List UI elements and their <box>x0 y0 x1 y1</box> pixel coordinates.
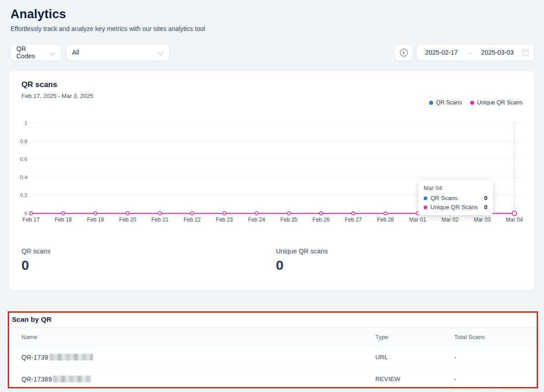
svg-text:Feb 22: Feb 22 <box>184 217 201 223</box>
tooltip-value: 0 <box>484 204 487 211</box>
svg-text:0.4: 0.4 <box>20 175 28 180</box>
scope-dropdown-value: All <box>72 49 79 56</box>
svg-text:Mar 03: Mar 03 <box>474 217 491 223</box>
stat-value: 0 <box>276 258 328 273</box>
stat-unique-qr-scans: Unique QR scans 0 <box>276 248 328 273</box>
pagination-control-partial[interactable] <box>451 390 482 392</box>
svg-text:0.6: 0.6 <box>20 156 27 162</box>
chart-tooltip: Mar 04 QR Scans 0 Unique QR Scans 0 <box>418 181 493 215</box>
info-icon: i <box>400 49 408 57</box>
legend-item-qr-scans[interactable]: QR Scans <box>429 99 462 106</box>
svg-text:Feb 23: Feb 23 <box>216 217 233 223</box>
chart-legend: QR Scans Unique QR Scans <box>429 99 523 106</box>
page-subtitle: Effortlessly track and analyze key metri… <box>10 25 544 32</box>
svg-text:Feb 21: Feb 21 <box>151 217 169 223</box>
date-range-picker[interactable]: 2025-02-17 → 2025-03-03 <box>416 44 534 61</box>
stat-qr-scans: QR scans 0 <box>21 248 51 273</box>
legend-item-unique-qr-scans[interactable]: Unique QR Scans <box>470 99 523 106</box>
svg-text:Feb 26: Feb 26 <box>312 217 330 223</box>
qr-name-text: QR-17389 <box>21 376 52 383</box>
svg-text:Feb 18: Feb 18 <box>55 217 72 223</box>
table-header-row: Name Type Total Scans <box>9 327 537 346</box>
tooltip-row: Unique QR Scans 0 <box>424 204 487 211</box>
calendar-icon <box>522 49 528 56</box>
svg-text:0: 0 <box>25 211 27 216</box>
tooltip-label: QR Scans <box>430 195 457 201</box>
svg-text:Mar 02: Mar 02 <box>441 217 459 223</box>
stat-value: 0 <box>21 258 51 273</box>
qr-name-text: QR-1739 <box>21 354 48 361</box>
legend-dot-pink <box>470 101 474 105</box>
page-header: Analytics Effortlessly track and analyze… <box>0 0 544 32</box>
tooltip-label: Unique QR Scans <box>430 204 478 211</box>
qr-type: URL <box>375 354 454 361</box>
pagination-control-partial[interactable] <box>502 390 528 392</box>
svg-text:Mar 04: Mar 04 <box>506 217 523 223</box>
chevron-down-icon <box>159 50 164 55</box>
chevron-down-icon <box>51 50 55 55</box>
svg-text:Feb 20: Feb 20 <box>119 217 136 223</box>
source-type-dropdown-value: QR Codes <box>16 45 46 60</box>
arrow-right-icon: → <box>466 49 472 56</box>
tooltip-date: Mar 04 <box>424 185 487 191</box>
date-start-field[interactable]: 2025-02-17 <box>422 49 461 56</box>
column-header-type: Type <box>375 334 454 340</box>
svg-text:Feb 17: Feb 17 <box>22 217 40 223</box>
scan-by-qr-section: Scan by QR Name Type Total Scans QR-1739… <box>8 311 538 388</box>
svg-text:0.2: 0.2 <box>20 192 27 198</box>
chart-date-range: Feb 17, 2025 - Mar 3, 2025 <box>21 93 93 99</box>
legend-label: QR Scans <box>436 99 462 106</box>
table-row[interactable]: QR-1739 URL - <box>9 346 537 368</box>
table-row[interactable]: QR-17389 REVIEW - <box>9 368 537 388</box>
redacted-name-blur <box>49 354 93 361</box>
svg-text:1: 1 <box>25 120 27 126</box>
svg-text:0.8: 0.8 <box>20 139 27 144</box>
stat-label: QR scans <box>21 248 51 255</box>
qr-scans-card: QR scans Feb 17, 2025 - Mar 3, 2025 QR S… <box>9 71 534 290</box>
scope-dropdown[interactable]: All <box>66 44 170 61</box>
svg-text:Feb 24: Feb 24 <box>248 217 265 223</box>
info-button[interactable]: i <box>394 44 413 61</box>
qr-total-scans: - <box>454 354 537 361</box>
stat-label: Unique QR scans <box>276 248 328 255</box>
column-header-total-scans: Total Scans <box>454 334 537 340</box>
date-end-field[interactable]: 2025-03-03 <box>478 49 517 56</box>
legend-label: Unique QR Scans <box>477 99 523 106</box>
svg-text:Mar 01: Mar 01 <box>409 217 426 223</box>
redacted-name-blur <box>53 376 91 382</box>
chart-title: QR scans <box>21 80 57 89</box>
svg-text:Feb 27: Feb 27 <box>345 217 362 223</box>
filter-bar: QR Codes All i 2025-02-17 → 2025-03-03 <box>0 44 544 62</box>
svg-text:Feb 19: Feb 19 <box>87 217 104 223</box>
qr-total-scans: - <box>454 376 537 383</box>
tooltip-dot-blue <box>424 196 427 200</box>
scan-by-qr-title: Scan by QR <box>9 313 537 327</box>
page-title: Analytics <box>10 7 544 21</box>
qr-type: REVIEW <box>375 376 454 382</box>
column-header-name: Name <box>21 334 375 340</box>
source-type-dropdown[interactable]: QR Codes <box>10 44 61 61</box>
tooltip-value: 0 <box>484 195 487 201</box>
tooltip-dot-pink <box>424 206 427 209</box>
svg-text:Feb 25: Feb 25 <box>280 217 298 223</box>
legend-dot-blue <box>429 101 433 105</box>
tooltip-row: QR Scans 0 <box>424 195 487 201</box>
svg-text:Feb 28: Feb 28 <box>377 217 394 223</box>
